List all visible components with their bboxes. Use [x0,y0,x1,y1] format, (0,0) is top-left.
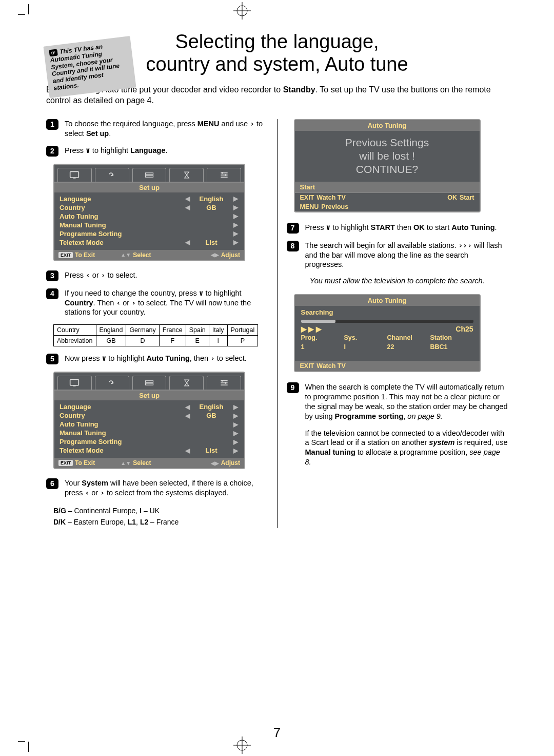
svg-rect-14 [222,172,223,173]
step-badge: 7 [287,223,299,234]
step-text: When the search is complete the TV will … [305,382,508,421]
menu-row: Auto Tuning▶ [60,212,239,221]
menu-row: Language◀English▶ [60,402,239,411]
step-3: 3 Press ‹ or › to select. [46,270,268,281]
tip-text: This TV has an Automatic Tuning System, … [50,43,120,92]
step-text: If you need to change the country, press… [65,288,268,318]
tab-feature-icon [132,168,167,182]
menu-row: Country◀GB▶ [60,411,239,420]
table-row: 1I22BBC1 [295,342,480,352]
system-codes-note: B/G – Continental Europe, I – UK D/K – E… [53,505,268,528]
tab-setup-icon [207,376,241,390]
step-8: 8 The search will begin for all availabl… [287,241,508,270]
step-text: Your System will have been selected, if … [65,478,268,498]
svg-rect-15 [225,174,226,176]
exit-button-label: EXIT [58,460,73,466]
step-text: The search will begin for all available … [305,241,508,270]
osd-setup-menu: Set up Language◀English▶Country◀GB▶Auto … [53,164,245,261]
tab-setup-icon [207,168,241,182]
osd-autotuning-searching: Auto Tuning Searching ▶ ▶ ▶Ch25 Prog.Sys… [294,294,481,372]
step-5: 5 Now press ∨ to highlight Auto Tuning, … [46,354,268,364]
svg-rect-6 [70,171,79,178]
column-divider [277,119,278,528]
menu-row: Auto Tuning▶ [60,420,239,429]
step-text: Press ∨ to highlight START then OK to st… [305,223,508,234]
step-text: If the television cannot be connected to… [305,429,508,467]
channel-indicator: Ch25 [456,325,473,333]
osd-title: Auto Tuning [295,295,480,306]
step-badge: 2 [46,146,58,157]
exit-button-label: EXIT [300,362,314,370]
step-4: 4 If you need to change the country, pre… [46,288,268,318]
menu-row: Programme Sorting▶ [60,437,239,446]
svg-rect-19 [145,381,153,382]
svg-rect-20 [145,383,153,385]
tab-feature-icon [132,376,167,390]
step-2: 2 Press ∨ to highlight Language. [46,146,268,157]
menu-row: Language◀English▶ [60,195,239,203]
exit-button-label: EXIT [58,252,73,258]
osd-autotuning-confirm: Auto Tuning Previous Settings will be lo… [294,119,481,212]
menu-row: Manual Tuning▶ [60,429,239,437]
tab-timer-icon [169,168,204,182]
page-number: 7 [0,725,554,741]
tab-picture-icon [57,168,92,182]
osd-statusbar: EXITTo Exit ▲▼Select ◀▶Adjust [54,250,244,260]
menu-button-label: MENU [300,203,319,210]
osd-statusbar: EXITTo Exit ▲▼Select ◀▶Adjust [54,458,244,468]
svg-rect-9 [145,172,153,174]
osd-menu-rows: Language◀English▶Country◀GB▶Auto Tuning▶… [54,400,244,458]
search-note: You must allow the television to complet… [302,277,493,285]
step-text: To choose the required language, press M… [65,119,268,139]
ok-button-label: OK [447,194,457,201]
menu-row: Manual Tuning▶ [60,221,239,229]
step-badge: 3 [46,270,58,281]
menu-row: Programme Sorting▶ [60,229,239,238]
step-badge: 8 [287,241,299,251]
registration-mark [233,2,251,20]
step-1: 1 To choose the required language, press… [46,119,268,139]
crop-mark [18,14,25,15]
tail-note: If the television cannot be connected to… [305,429,508,467]
right-column: Auto Tuning Previous Settings will be lo… [287,119,508,528]
exit-button-label: EXIT [300,194,314,201]
step-badge: 9 [287,382,299,393]
progress-bar [301,320,473,323]
step-badge: 4 [46,288,58,299]
tab-timer-icon [169,376,204,390]
osd-title: Set up [54,183,244,192]
searching-label: Searching [301,308,333,316]
osd-title: Auto Tuning [295,120,480,131]
svg-rect-10 [145,175,153,177]
svg-rect-25 [225,382,226,384]
svg-rect-16 [70,380,79,386]
crop-mark [28,742,29,752]
svg-point-8 [112,174,113,176]
tab-sound-icon [95,168,129,182]
osd-setup-menu: Set up Language◀English▶Country◀GB▶Auto … [53,372,245,469]
menu-row: Teletext Mode◀List▶ [60,446,239,455]
step-badge: 6 [46,478,58,489]
menu-row: Teletext Mode◀List▶ [60,238,239,247]
tab-picture-icon [57,376,92,390]
crop-mark [18,741,25,742]
osd-menu-rows: Language◀English▶Country◀GB▶Auto Tuning▶… [54,192,244,250]
country-abbrev-table: CountryEnglandGermanyFranceSpainItalyPor… [53,324,258,346]
updown-icon: ▲▼ [121,252,131,258]
osd-title: Set up [54,391,244,400]
tab-sound-icon [95,376,129,390]
start-highlight: Start [295,182,480,192]
osd-confirm-text: Previous Settings will be lost ! CONTINU… [295,131,480,182]
menu-row: Country◀GB▶ [60,203,239,212]
updown-icon: ▲▼ [121,460,131,466]
svg-rect-7 [73,178,76,179]
step-9: 9 When the search is complete the TV wil… [287,382,508,421]
step-badge: 1 [46,119,58,130]
tip-note: ☞This TV has an Automatic Tuning System,… [43,36,136,98]
step-7: 7 Press ∨ to highlight START then OK to … [287,223,508,234]
flash-icon: ▶ ▶ ▶ [301,325,322,333]
crop-mark [28,4,29,14]
leftright-icon: ◀▶ [211,252,219,258]
table-header: Prog.Sys.ChannelStation [295,333,480,342]
step-badge: 5 [46,354,58,364]
